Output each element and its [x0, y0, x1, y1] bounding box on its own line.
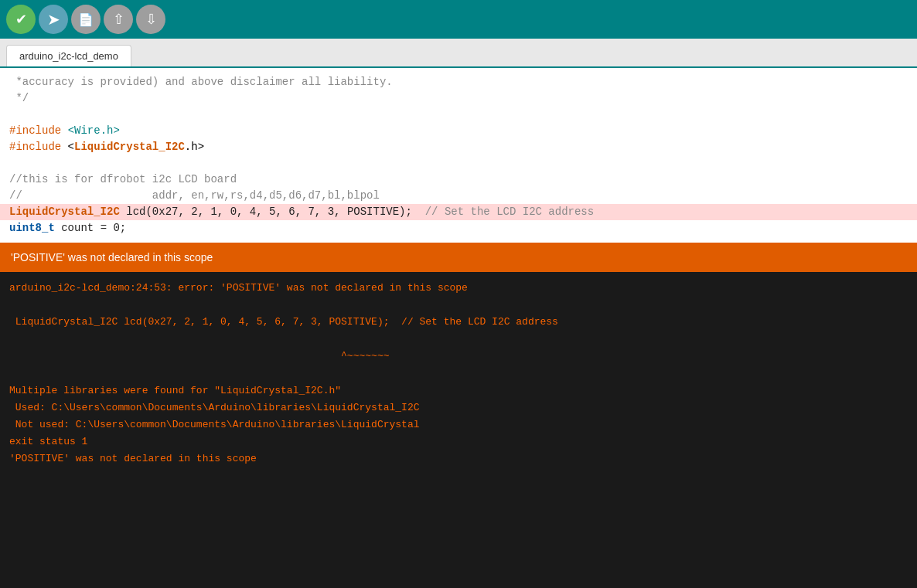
open-button[interactable]: ⇧ [104, 5, 133, 34]
new-button[interactable]: 📄 [71, 5, 101, 34]
console-line: exit status 1 [9, 433, 908, 450]
code-line: #include <LiquidCrystal_I2C.h> [0, 139, 917, 155]
code-line [0, 107, 917, 123]
error-banner: 'POSITIVE' was not declared in this scop… [0, 243, 917, 272]
console-line: LiquidCrystal_I2C lcd(0x27, 2, 1, 0, 4, … [9, 314, 908, 331]
code-editor[interactable]: *accuracy is provided) and above disclai… [0, 68, 917, 243]
code-line: //this is for dfrobot i2c LCD board [0, 172, 917, 188]
file-tab[interactable]: arduino_i2c-lcd_demo [6, 45, 131, 66]
console-line: arduino_i2c-lcd_demo:24:53: error: 'POSI… [9, 280, 908, 297]
verify-button[interactable]: ✔ [6, 5, 36, 34]
save-button[interactable]: ⇩ [136, 5, 165, 34]
console-line: 'POSITIVE' was not declared in this scop… [9, 450, 908, 467]
tab-bar: arduino_i2c-lcd_demo [0, 39, 917, 68]
code-line: #include <Wire.h> [0, 123, 917, 139]
toolbar: ✔ ➤ 📄 ⇧ ⇩ [0, 0, 917, 39]
console-line: ^~~~~~~~ [9, 348, 908, 365]
console-output: arduino_i2c-lcd_demo:24:53: error: 'POSI… [0, 272, 917, 475]
console-line: Not used: C:\Users\common\Documents\Ardu… [9, 416, 908, 433]
console-line [9, 331, 908, 348]
upload-button[interactable]: ➤ [39, 5, 68, 34]
code-line [0, 155, 917, 172]
code-line: */ [0, 90, 917, 107]
console-line [9, 365, 908, 382]
console-line [9, 297, 908, 314]
code-line-highlighted: LiquidCrystal_I2C lcd(0x27, 2, 1, 0, 4, … [0, 204, 917, 220]
code-line: *accuracy is provided) and above disclai… [0, 74, 917, 90]
code-line: // addr, en,rw,rs,d4,d5,d6,d7,bl,blpol [0, 188, 917, 204]
console-line: Multiple libraries were found for "Liqui… [9, 382, 908, 399]
error-text: 'POSITIVE' was not declared in this scop… [11, 251, 213, 263]
code-line: uint8_t count = 0; [0, 220, 917, 236]
console-line: Used: C:\Users\common\Documents\Arduino\… [9, 399, 908, 416]
